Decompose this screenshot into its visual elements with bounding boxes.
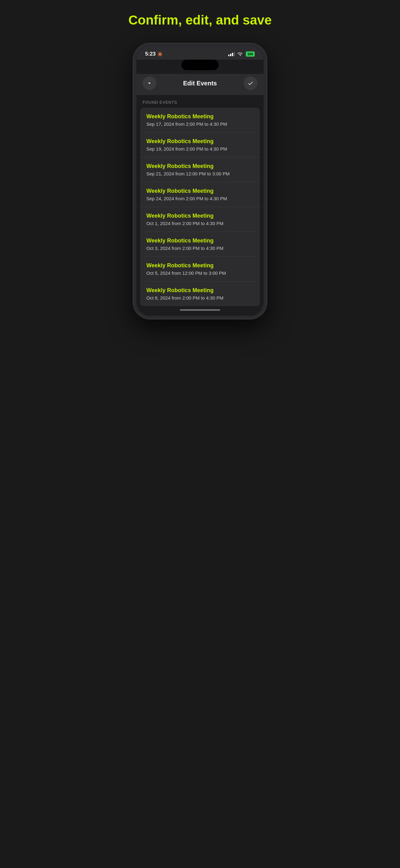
event-title: Weekly Robotics Meeting xyxy=(146,188,254,194)
home-indicator xyxy=(136,306,264,316)
home-bar xyxy=(180,309,220,311)
page-wrapper: Confirm, edit, and save 5:23 🔕 xyxy=(100,12,300,319)
bell-slash-icon: 🔕 xyxy=(158,52,163,57)
dynamic-island xyxy=(181,60,219,70)
event-item[interactable]: Weekly Robotics MeetingSep 17, 2024 from… xyxy=(140,108,260,132)
status-bar: 5:23 🔕 100 xyxy=(136,46,264,60)
battery-indicator: 100 xyxy=(245,51,255,57)
status-right: 100 xyxy=(228,51,255,57)
confirm-button[interactable] xyxy=(244,76,257,90)
section-header: FOUND EVENTS xyxy=(136,95,264,108)
content-area: FOUND EVENTS Weekly Robotics MeetingSep … xyxy=(136,95,264,316)
event-item[interactable]: Weekly Robotics MeetingOct 1, 2024 from … xyxy=(140,207,260,232)
event-datetime: Sep 21, 2024 from 12:00 PM to 3:00 PM xyxy=(146,171,254,176)
event-title: Weekly Robotics Meeting xyxy=(146,238,254,244)
events-list: Weekly Robotics MeetingSep 17, 2024 from… xyxy=(140,108,260,306)
checkmark-icon xyxy=(247,80,254,86)
event-item[interactable]: Weekly Robotics MeetingOct 8, 2024 from … xyxy=(140,282,260,306)
event-item[interactable]: Weekly Robotics MeetingSep 24, 2024 from… xyxy=(140,182,260,207)
event-datetime: Sep 24, 2024 from 2:00 PM to 4:30 PM xyxy=(146,196,254,201)
event-title: Weekly Robotics Meeting xyxy=(146,113,254,120)
event-datetime: Oct 5, 2024 from 12:00 PM to 3:00 PM xyxy=(146,270,254,276)
nav-bar: Edit Events xyxy=(136,74,264,95)
back-button[interactable] xyxy=(143,76,156,90)
event-title: Weekly Robotics Meeting xyxy=(146,213,254,219)
event-datetime: Sep 17, 2024 from 2:00 PM to 4:30 PM xyxy=(146,121,254,127)
signal-icon xyxy=(228,52,235,56)
phone-frame: 5:23 🔕 100 xyxy=(133,43,267,319)
signal-bar-2 xyxy=(230,54,231,56)
event-datetime: Sep 19, 2024 from 2:00 PM to 4:30 PM xyxy=(146,146,254,152)
wifi-icon xyxy=(237,52,243,57)
event-item[interactable]: Weekly Robotics MeetingSep 19, 2024 from… xyxy=(140,132,260,157)
signal-bar-1 xyxy=(228,55,229,56)
event-item[interactable]: Weekly Robotics MeetingOct 3, 2024 from … xyxy=(140,232,260,257)
event-datetime: Oct 1, 2024 from 2:00 PM to 4:30 PM xyxy=(146,221,254,226)
event-title: Weekly Robotics Meeting xyxy=(146,138,254,145)
signal-bar-4 xyxy=(234,52,235,56)
chevron-down-icon xyxy=(146,80,153,86)
event-item[interactable]: Weekly Robotics MeetingSep 21, 2024 from… xyxy=(140,157,260,182)
event-datetime: Oct 3, 2024 from 2:00 PM to 4:30 PM xyxy=(146,246,254,251)
time-display: 5:23 xyxy=(145,51,156,57)
signal-bar-3 xyxy=(232,53,233,56)
event-item[interactable]: Weekly Robotics MeetingOct 5, 2024 from … xyxy=(140,257,260,282)
event-title: Weekly Robotics Meeting xyxy=(146,262,254,269)
event-title: Weekly Robotics Meeting xyxy=(146,163,254,169)
page-headline: Confirm, edit, and save xyxy=(128,12,272,28)
nav-title: Edit Events xyxy=(183,80,217,87)
phone-inner: 5:23 🔕 100 xyxy=(136,46,264,316)
event-title: Weekly Robotics Meeting xyxy=(146,287,254,294)
event-datetime: Oct 8, 2024 from 2:00 PM to 4:30 PM xyxy=(146,295,254,301)
status-time: 5:23 🔕 xyxy=(145,51,163,57)
